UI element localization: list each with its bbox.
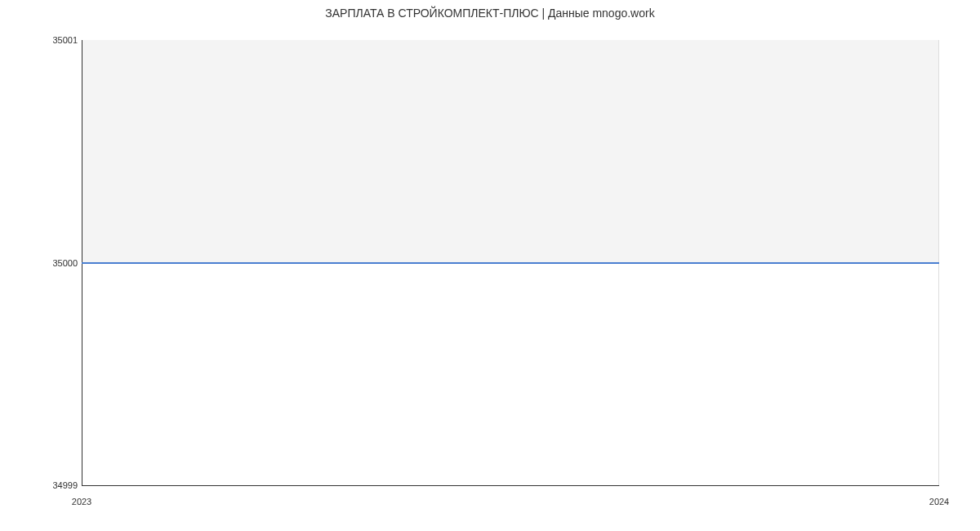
- y-tick-label: 34999: [49, 480, 78, 490]
- plot-upper-bg: [82, 40, 938, 263]
- y-tick-label: 35000: [49, 258, 78, 268]
- chart-title: ЗАРПЛАТА В СТРОЙКОМПЛЕКТ-ПЛЮС | Данные m…: [0, 7, 980, 20]
- x-tick-label: 2024: [929, 497, 949, 506]
- x-tick-label: 2023: [72, 497, 91, 506]
- x-axis-line: [82, 485, 939, 486]
- data-line: [82, 262, 939, 264]
- plot-lower-bg: [82, 263, 938, 485]
- y-tick-label: 35001: [49, 35, 78, 45]
- chart-container: ЗАРПЛАТА В СТРОЙКОМПЛЕКТ-ПЛЮС | Данные m…: [0, 0, 980, 531]
